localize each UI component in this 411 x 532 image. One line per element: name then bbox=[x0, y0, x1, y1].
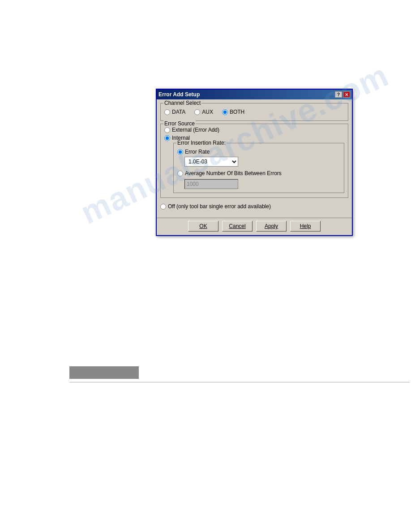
error-rate-select[interactable]: 1.0E-03 1.0E-04 1.0E-05 1.0E-06 bbox=[184, 157, 238, 167]
apply-button[interactable]: Apply bbox=[256, 221, 287, 232]
help-titlebar-button[interactable]: ? bbox=[335, 91, 342, 98]
error-rate-radio[interactable] bbox=[177, 149, 183, 155]
channel-select-label: Channel Select bbox=[163, 100, 201, 106]
dialog-title: Error Add Setup bbox=[158, 91, 200, 98]
external-label: External (Error Add) bbox=[172, 127, 219, 133]
error-insertion-rate-group: Error Insertion Rate: Error Rate 1.0E-03 bbox=[173, 143, 344, 193]
error-insertion-rate-content: Error Rate 1.0E-03 1.0E-04 1.0E-05 1.0E-… bbox=[177, 149, 340, 189]
channel-data-label: DATA bbox=[172, 109, 185, 115]
title-bar-buttons: ? ✕ bbox=[335, 91, 350, 98]
close-titlebar-button[interactable]: ✕ bbox=[343, 91, 350, 98]
avg-bits-label: Average Number Of Bits Between Errors bbox=[185, 170, 282, 176]
error-insertion-rate-label: Error Insertion Rate: bbox=[176, 140, 227, 146]
error-add-setup-dialog: Error Add Setup ? ✕ Channel Select DATA bbox=[156, 89, 353, 236]
channel-aux-radio[interactable] bbox=[194, 109, 200, 115]
avg-bits-option[interactable]: Average Number Of Bits Between Errors bbox=[177, 170, 340, 176]
off-option-row: Off (only tool bar single error add avai… bbox=[160, 201, 348, 214]
divider-line bbox=[69, 382, 410, 382]
error-source-group: Error Source External (Error Add) Intern… bbox=[160, 124, 348, 198]
error-rate-dropdown-row: 1.0E-03 1.0E-04 1.0E-05 1.0E-06 bbox=[184, 157, 340, 167]
internal-radio[interactable] bbox=[164, 135, 170, 141]
title-bar: Error Add Setup ? ✕ bbox=[157, 90, 352, 99]
channel-aux-label: AUX bbox=[202, 109, 213, 115]
help-button[interactable]: Help bbox=[290, 221, 321, 232]
error-source-content: External (Error Add) Internal Error Inse… bbox=[164, 126, 344, 194]
avg-bits-input bbox=[184, 179, 238, 189]
error-source-group-label: Error Source bbox=[163, 120, 196, 127]
external-option[interactable]: External (Error Add) bbox=[164, 127, 344, 133]
page-background: manualsarchive.com Error Add Setup ? ✕ C… bbox=[0, 0, 411, 532]
gray-bar bbox=[69, 366, 139, 379]
channel-select-content: DATA AUX BOTH bbox=[164, 107, 344, 117]
cancel-button[interactable]: Cancel bbox=[222, 221, 253, 232]
channel-aux-option[interactable]: AUX bbox=[194, 109, 213, 115]
channel-both-radio[interactable] bbox=[222, 109, 228, 115]
channel-both-label: BOTH bbox=[230, 109, 244, 115]
off-option[interactable]: Off (only tool bar single error add avai… bbox=[160, 202, 348, 211]
channel-both-option[interactable]: BOTH bbox=[222, 109, 244, 115]
channel-data-option[interactable]: DATA bbox=[164, 109, 185, 115]
avg-bits-radio[interactable] bbox=[177, 171, 183, 176]
error-rate-option[interactable]: Error Rate bbox=[177, 149, 340, 155]
dialog-content: Channel Select DATA AUX BOTH bbox=[157, 99, 352, 218]
off-label: Off (only tool bar single error add avai… bbox=[168, 203, 271, 210]
channel-select-group: Channel Select DATA AUX BOTH bbox=[160, 103, 348, 121]
channel-data-radio[interactable] bbox=[164, 109, 170, 115]
error-rate-label: Error Rate bbox=[185, 149, 210, 155]
button-row: OK Cancel Apply Help bbox=[157, 218, 352, 235]
channel-select-radio-row: DATA AUX BOTH bbox=[164, 107, 344, 117]
off-radio[interactable] bbox=[160, 204, 166, 210]
ok-button[interactable]: OK bbox=[188, 221, 218, 232]
external-radio[interactable] bbox=[164, 127, 170, 133]
